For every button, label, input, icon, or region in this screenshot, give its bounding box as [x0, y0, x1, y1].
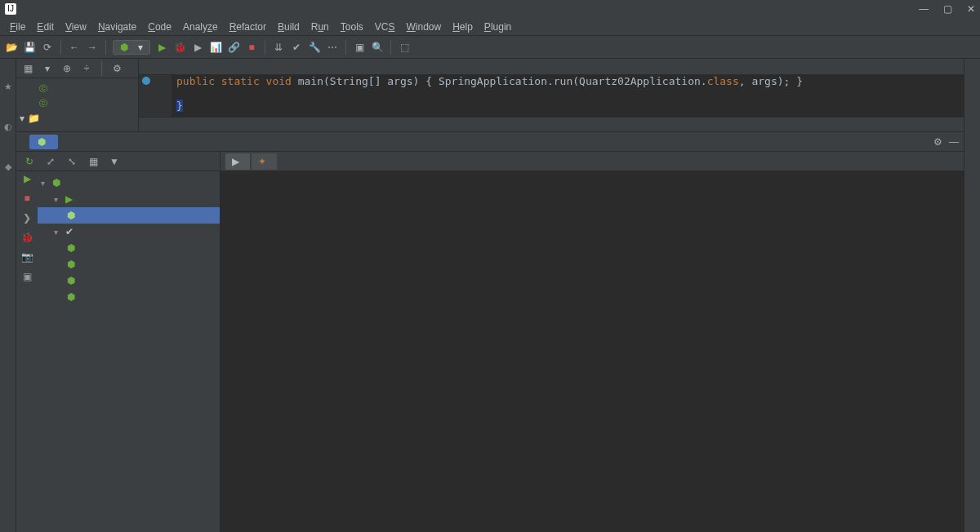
console-tab[interactable]: ▶ [225, 153, 250, 170]
menu-build[interactable]: Build [273, 20, 305, 34]
open-icon[interactable]: 📂 [5, 41, 18, 54]
menu-run[interactable]: Run [306, 20, 334, 34]
app-icon: IJ [5, 3, 16, 15]
attach-icon[interactable]: 🔗 [227, 41, 240, 54]
tree-selected-app[interactable]: ⬢ [38, 207, 220, 224]
coverage-icon[interactable]: ▶ [191, 41, 204, 54]
close-button[interactable]: ✕ [967, 3, 975, 15]
main-toolbar: 📂 💾 ⟳ ← → ⬢ ▾ ▶ 🐞 ▶ 📊 🔗 ■ ⇊ ✔ 🔧 ⋯ ▣ 🔍 ⬚ [0, 36, 980, 59]
menu-window[interactable]: Window [401, 20, 446, 34]
chevron-down-icon: ▾ [138, 42, 143, 53]
window-titlebar: IJ — ▢ ✕ [0, 0, 980, 18]
tree-item[interactable]: ⬢ [38, 289, 220, 305]
proj-settings-icon[interactable]: ⚙ [110, 62, 123, 75]
menu-help[interactable]: Help [448, 20, 478, 34]
run-dashboard-header: ⬢ ⚙ — [16, 132, 964, 152]
stop-icon[interactable]: ■ [21, 193, 33, 204]
console-icon: ▶ [232, 156, 239, 167]
trash-icon[interactable]: ▣ [21, 271, 33, 282]
right-tool-gutter [964, 59, 980, 532]
tree-item[interactable]: ⬢ [38, 256, 220, 273]
run-config-selector[interactable]: ⬢ ▾ [113, 40, 150, 55]
run-dashboard-tab[interactable]: ⬢ [29, 135, 58, 149]
line-number [139, 89, 165, 103]
structure-icon[interactable]: ⬚ [398, 41, 411, 54]
menu-refactor[interactable]: Refactor [225, 20, 271, 34]
sync-icon[interactable]: ▣ [353, 41, 366, 54]
proj-target-icon[interactable]: ⊕ [60, 62, 74, 75]
more-icon[interactable]: ⋯ [326, 41, 339, 54]
run-dashboard-tree-pane: ↻ ⤢ ⤡ ▦ ▼ ▶ ■ ❯ 🐞 📷 ▣ ▾⬢ ▾▶ ⬢ [16, 152, 220, 532]
gutter-icon[interactable]: ★ [4, 82, 12, 92]
menu-plugin[interactable]: Plugin [479, 20, 516, 34]
vcs-update-icon[interactable]: ⇊ [272, 41, 285, 54]
menu-vcs[interactable]: VCS [370, 20, 400, 34]
class-icon: ⓒ [39, 98, 47, 109]
menu-tools[interactable]: Tools [336, 20, 368, 34]
console-output[interactable] [220, 171, 964, 532]
filter-icon[interactable]: ▼ [108, 155, 121, 168]
tree-item[interactable]: ⬢ [38, 273, 220, 289]
settings-icon[interactable]: ⚙ [933, 136, 942, 148]
line-number [139, 103, 165, 117]
profile-icon[interactable]: 📊 [209, 41, 222, 54]
bookmark-icon[interactable]: ❯ [21, 212, 33, 224]
endpoints-tab[interactable]: ✦ [252, 153, 277, 170]
spring-icon: ⬢ [120, 42, 128, 53]
vcs-commit-icon[interactable]: ✔ [290, 41, 303, 54]
stop-icon[interactable]: ■ [245, 41, 258, 54]
tree-spring-boot[interactable]: ▾⬢ [38, 175, 220, 191]
spring-icon: ⬢ [38, 136, 46, 148]
class-icon: ⓒ [39, 83, 47, 95]
editor-tabs [139, 59, 964, 75]
run-icon[interactable]: ▶ [21, 173, 33, 184]
menu-edit[interactable]: Edit [32, 20, 59, 34]
code-area[interactable]: public static void main(String[] args) {… [172, 75, 964, 117]
group-icon[interactable]: ▦ [87, 155, 100, 168]
gutter-jrebel-icon[interactable]: ◆ [5, 162, 11, 172]
editor-pane: public static void main(String[] args) {… [139, 59, 964, 131]
proj-dropdown-icon[interactable]: ▾ [41, 62, 54, 75]
collapse-icon[interactable]: ⤡ [65, 155, 78, 168]
menu-view[interactable]: View [60, 20, 91, 34]
maximize-button[interactable]: ▢ [943, 3, 952, 15]
minimize-button[interactable]: — [919, 3, 929, 15]
search-icon[interactable]: 🔍 [371, 41, 384, 54]
proj-collapse-icon[interactable]: ÷ [80, 62, 93, 75]
tree-row[interactable]: ▾📁 [20, 111, 135, 126]
project-pane: ▦ ▾ ⊕ ÷ ⚙ ⓒ ⓒ ▾📁 [16, 59, 139, 131]
expand-icon[interactable]: ⤢ [44, 155, 57, 168]
save-icon[interactable]: 💾 [23, 41, 36, 54]
menu-code[interactable]: Code [143, 20, 176, 34]
console-pane: ▶ ✦ [220, 152, 964, 532]
endpoints-icon: ✦ [258, 156, 266, 167]
menu-bar: File Edit View Navigate Code Analyze Ref… [0, 18, 980, 36]
undo-icon[interactable]: ← [68, 41, 81, 54]
left-tool-gutter: ★ ◐ ◆ [0, 59, 16, 532]
rerun-icon[interactable]: ↻ [23, 155, 36, 168]
tree-running[interactable]: ▾▶ [38, 191, 220, 207]
menu-navigate[interactable]: Navigate [93, 20, 141, 34]
run-icon[interactable]: ▶ [155, 41, 168, 54]
gutter-web-icon[interactable]: ◐ [4, 122, 12, 132]
editor-breadcrumb[interactable] [139, 117, 964, 131]
tree-item[interactable]: ⬢ [38, 240, 220, 256]
tree-configured[interactable]: ▾✔ [38, 224, 220, 240]
menu-file[interactable]: File [5, 20, 30, 34]
hide-icon[interactable]: — [949, 136, 959, 148]
redo-icon[interactable]: → [86, 41, 99, 54]
refresh-icon[interactable]: ⟳ [41, 41, 54, 54]
proj-view-icon[interactable]: ▦ [21, 62, 34, 75]
menu-analyze[interactable]: Analyze [178, 20, 223, 34]
camera-icon[interactable]: 📷 [21, 251, 33, 263]
debug-icon[interactable]: 🐞 [173, 41, 186, 54]
tool-icon[interactable]: 🔧 [308, 41, 321, 54]
debug-icon[interactable]: 🐞 [21, 232, 33, 243]
